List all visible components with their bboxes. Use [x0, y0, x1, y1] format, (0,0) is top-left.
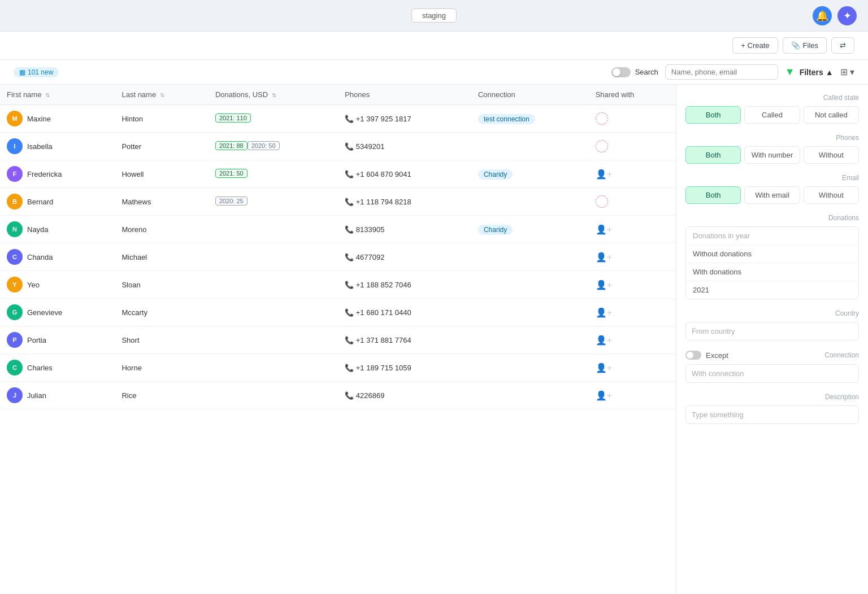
cell-shared-with[interactable] [589, 188, 676, 216]
donations-2021-item[interactable]: 2021 [686, 281, 858, 299]
table-row: NNaydaMoreno📞 8133905Charidy👤+ [0, 216, 676, 243]
first-name-text: Genevieve [27, 308, 62, 317]
called-state-label: Called state [685, 94, 859, 102]
except-toggle[interactable] [685, 351, 701, 360]
email-both-btn[interactable]: Both [685, 186, 741, 204]
cell-donations [209, 382, 338, 409]
add-shared-icon[interactable]: 👤+ [596, 308, 612, 317]
col-last-name[interactable]: Last name ⇅ [115, 85, 208, 105]
shared-dashed-circle[interactable] [596, 195, 608, 208]
col-connection[interactable]: Connection [471, 85, 589, 105]
phones-with-number-btn[interactable]: With number [744, 146, 800, 164]
avatar: B [7, 194, 23, 209]
sync-button[interactable]: ⇄ [831, 37, 854, 54]
user-avatar-icon[interactable]: ✦ [837, 6, 857, 25]
first-name-text: Maxine [27, 115, 51, 123]
sort-last-name-icon: ⇅ [160, 92, 164, 98]
phone-icon: 📞 [345, 253, 354, 261]
cell-connection [471, 188, 589, 216]
top-bar: staging 🔔 ✦ [0, 0, 868, 32]
table-row: BBernardMathews2020: 25📞 +1 118 794 8218 [0, 188, 676, 216]
cell-connection [471, 271, 589, 299]
cell-phone: 📞 +1 188 852 7046 [338, 271, 471, 299]
cell-last-name: Michael [115, 243, 208, 271]
cell-last-name: Rice [115, 382, 208, 409]
phones-filter-label: Phones [685, 134, 859, 142]
table-row: MMaxineHinton2021: 110📞 +1 397 925 1817t… [0, 105, 676, 133]
filters-panel: Called state Both Called Not called Phon… [676, 85, 868, 594]
files-button[interactable]: 📎 Files [783, 37, 827, 54]
cell-donations [209, 354, 338, 382]
connection-input[interactable] [685, 364, 859, 383]
create-button[interactable]: + Create [732, 37, 778, 54]
cell-last-name: Potter [115, 133, 208, 160]
content-area: First name ⇅ Last name ⇅ Donations, USD … [0, 85, 868, 594]
phones-both-btn[interactable]: Both [685, 146, 741, 164]
called-state-both-btn[interactable]: Both [685, 106, 741, 124]
shared-dashed-circle[interactable] [596, 140, 608, 152]
cell-donations [209, 326, 338, 354]
cell-first-name: YYeo [0, 271, 115, 299]
col-phones[interactable]: Phones [338, 85, 471, 105]
search-input[interactable] [665, 64, 778, 80]
add-shared-icon[interactable]: 👤+ [596, 225, 612, 234]
donations-filter-label: Donations [685, 214, 859, 222]
avatar: M [7, 111, 23, 126]
cell-shared-with[interactable]: 👤+ [589, 243, 676, 271]
cell-last-name: Mccarty [115, 299, 208, 326]
phone-icon: 📞 [345, 364, 354, 372]
cell-phone: 📞 +1 189 715 1059 [338, 354, 471, 382]
entries-label: ▦ 101 new [14, 67, 59, 77]
cell-shared-with[interactable] [589, 133, 676, 160]
cell-phone: 📞 4226869 [338, 382, 471, 409]
email-without-btn[interactable]: Without [804, 186, 859, 204]
add-shared-icon[interactable]: 👤+ [596, 252, 612, 262]
donations-with-item[interactable]: With donations [686, 263, 858, 281]
cell-donations [209, 216, 338, 243]
country-filter: Country [685, 309, 859, 340]
connection-header-row: Except Connection [685, 351, 859, 360]
email-with-email-btn[interactable]: With email [744, 186, 800, 204]
called-state-buttons: Both Called Not called [685, 106, 859, 124]
cell-shared-with[interactable]: 👤+ [589, 160, 676, 188]
cell-shared-with[interactable]: 👤+ [589, 216, 676, 243]
connection-badge: test connection [478, 114, 535, 124]
add-shared-icon[interactable]: 👤+ [596, 280, 612, 290]
col-first-name[interactable]: First name ⇅ [0, 85, 115, 105]
cell-shared-with[interactable] [589, 105, 676, 133]
notification-icon[interactable]: 🔔 [813, 6, 832, 25]
add-shared-icon[interactable]: 👤+ [596, 363, 612, 373]
cell-shared-with[interactable]: 👤+ [589, 271, 676, 299]
grid-view-icon[interactable]: ⊞ ▾ [840, 67, 854, 77]
called-state-called-btn[interactable]: Called [744, 106, 800, 124]
col-donations[interactable]: Donations, USD ⇅ [209, 85, 338, 105]
phone-icon: 📞 [345, 198, 354, 206]
description-input[interactable] [685, 405, 859, 424]
phone-icon: 📞 [345, 170, 354, 178]
cell-donations: 2020: 25 [209, 188, 338, 216]
cell-shared-with[interactable]: 👤+ [589, 382, 676, 409]
shared-dashed-circle[interactable] [596, 112, 608, 125]
donations-without-item[interactable]: Without donations [686, 245, 858, 263]
cell-shared-with[interactable]: 👤+ [589, 326, 676, 354]
first-name-text: Isabella [27, 142, 53, 151]
search-toggle[interactable] [611, 67, 631, 77]
donation-badge: 2021: 50 [215, 169, 248, 178]
filters-button[interactable]: Filters ▲ [800, 68, 834, 77]
add-shared-icon[interactable]: 👤+ [596, 335, 612, 345]
country-input[interactable] [685, 322, 859, 340]
add-shared-icon[interactable]: 👤+ [596, 169, 612, 179]
cell-shared-with[interactable]: 👤+ [589, 299, 676, 326]
avatar: P [7, 332, 23, 348]
cell-last-name: Sloan [115, 271, 208, 299]
add-shared-icon[interactable]: 👤+ [596, 391, 612, 400]
called-state-not-called-btn[interactable]: Not called [804, 106, 859, 124]
sync-icon: ⇄ [840, 41, 846, 50]
donation-badge: 2021: 110 [215, 113, 251, 123]
table-row: YYeoSloan📞 +1 188 852 7046👤+ [0, 271, 676, 299]
col-shared-with[interactable]: Shared with [589, 85, 676, 105]
cell-shared-with[interactable]: 👤+ [589, 354, 676, 382]
phones-without-btn[interactable]: Without [804, 146, 859, 164]
table-row: CCharlesHorne📞 +1 189 715 1059👤+ [0, 354, 676, 382]
cell-donations [209, 243, 338, 271]
